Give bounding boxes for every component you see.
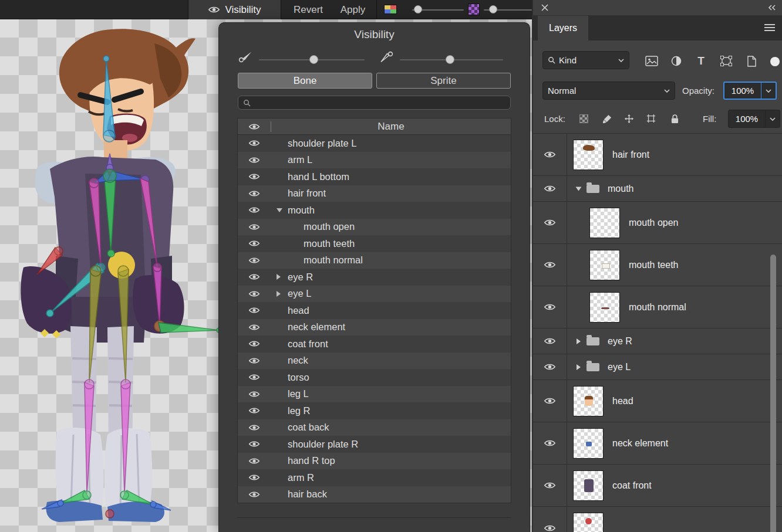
layer-row[interactable]: mouth normal (533, 286, 782, 328)
layer-thumbnail[interactable] (573, 513, 604, 532)
layer-visibility-toggle[interactable] (533, 354, 567, 379)
layer-name-label[interactable]: eye R (608, 336, 632, 347)
bone-visibility-row[interactable]: hand R top (238, 453, 511, 470)
bone-eye-toggle[interactable] (238, 323, 271, 331)
opacity-field[interactable]: 100% (723, 82, 777, 100)
layer-visibility-toggle[interactable] (533, 176, 567, 201)
kind-filter-dropdown[interactable]: Kind (542, 51, 629, 69)
filter-adjustment-layers-icon[interactable] (669, 53, 684, 69)
layer-name-label[interactable]: neck element (612, 438, 668, 449)
filter-on-off-toggle[interactable] (770, 57, 780, 66)
layer-name-label[interactable]: mouth (608, 184, 633, 194)
fill-value[interactable]: 100% (729, 110, 765, 127)
bone-visibility-row[interactable]: neck (238, 353, 511, 370)
layer-visibility-toggle[interactable] (533, 380, 567, 422)
bone-opacity-knob[interactable] (309, 55, 318, 64)
expander-icon[interactable] (277, 290, 288, 298)
tab-sprite[interactable]: Sprite (376, 73, 511, 89)
lock-transparency-button[interactable] (577, 112, 590, 125)
group-expander-icon[interactable] (577, 364, 581, 370)
layer-row[interactable]: mouth teeth (533, 244, 782, 286)
expander-icon[interactable] (277, 440, 288, 448)
tab-bone[interactable]: Bone (238, 73, 372, 89)
layer-name-label[interactable]: hair front (612, 150, 649, 160)
expander-icon[interactable] (277, 139, 288, 147)
bone-eye-toggle[interactable] (238, 340, 271, 348)
alpha-slider-knob[interactable] (489, 5, 497, 13)
layer-visibility-toggle[interactable] (533, 507, 567, 532)
bone-eye-toggle[interactable] (238, 357, 271, 365)
panel-menu-icon[interactable] (764, 24, 775, 33)
bone-eye-toggle[interactable] (238, 373, 271, 381)
filter-smart-objects-icon[interactable] (744, 53, 759, 69)
expander-icon[interactable] (277, 490, 288, 499)
layer-visibility-toggle[interactable] (533, 465, 567, 506)
bone-visibility-row[interactable]: shoulder plate R (238, 436, 511, 453)
bone-visibility-row[interactable]: head (238, 302, 511, 319)
expander-icon[interactable] (277, 473, 288, 482)
layer-visibility-toggle[interactable] (533, 244, 567, 286)
layer-visibility-toggle[interactable] (533, 134, 567, 175)
expander-icon[interactable] (292, 223, 304, 231)
layer-thumbnail[interactable] (573, 386, 604, 416)
collapse-panel-icon[interactable] (768, 5, 776, 11)
bone-search-box[interactable] (238, 96, 511, 110)
expander-icon[interactable] (277, 340, 288, 348)
bone-visibility-row[interactable]: hair back (238, 486, 511, 503)
bone-visibility-row[interactable]: arm R (238, 469, 511, 486)
bone-eye-toggle[interactable] (238, 457, 271, 465)
expander-icon[interactable] (277, 357, 288, 365)
bone-visibility-row[interactable]: leg L (238, 386, 511, 403)
expander-icon[interactable] (277, 172, 288, 181)
bone-visibility-row[interactable]: hand L bottom (238, 168, 511, 185)
bone-eye-toggle[interactable] (238, 390, 271, 398)
layer-name-label[interactable]: mouth teeth (629, 260, 679, 270)
bone-eye-toggle[interactable] (238, 239, 271, 248)
bone-eye-toggle[interactable] (238, 273, 271, 281)
layer-name-label[interactable]: head (612, 396, 633, 406)
group-expander-icon[interactable] (577, 338, 581, 344)
fill-field[interactable]: 100% (728, 110, 780, 128)
bone-eye-toggle[interactable] (238, 256, 271, 265)
group-expander-icon[interactable] (576, 187, 582, 191)
filter-shape-layers-icon[interactable] (719, 53, 734, 69)
zoom-slider-knob[interactable] (414, 5, 422, 13)
bone-visibility-row[interactable]: eye L (238, 286, 511, 303)
bone-eye-toggle[interactable] (238, 189, 271, 198)
layers-scrollbar-thumb[interactable] (770, 255, 776, 532)
layer-row[interactable]: hair front (533, 134, 782, 176)
layer-row[interactable]: mouth (533, 176, 782, 202)
bone-visibility-row[interactable]: neck element (238, 319, 511, 336)
bone-eye-toggle[interactable] (238, 490, 271, 499)
bone-eye-toggle[interactable] (238, 423, 271, 432)
bone-eye-toggle[interactable] (238, 306, 271, 314)
expander-icon[interactable] (277, 373, 288, 381)
bone-eye-toggle[interactable] (238, 440, 271, 448)
bone-visibility-row[interactable]: eye R (238, 269, 511, 286)
layer-row[interactable] (533, 507, 782, 532)
color-palette-icon[interactable] (384, 5, 397, 14)
layer-name-label[interactable]: mouth normal (629, 302, 686, 313)
layer-visibility-toggle[interactable] (533, 422, 567, 464)
bone-visibility-row[interactable]: coat back (238, 419, 511, 436)
layer-row[interactable]: neck element (533, 422, 782, 465)
layer-thumbnail[interactable] (573, 140, 604, 170)
opacity-value[interactable]: 100% (724, 83, 761, 99)
bone-eye-toggle[interactable] (238, 473, 271, 482)
filter-type-layers-icon[interactable]: T (693, 53, 709, 69)
bone-eye-toggle[interactable] (238, 156, 271, 164)
layer-thumbnail[interactable] (589, 250, 620, 280)
expander-icon[interactable] (277, 306, 288, 314)
layer-row[interactable]: mouth open (533, 202, 782, 244)
lock-position-button[interactable] (622, 112, 635, 125)
expander-icon[interactable] (277, 323, 288, 331)
layer-visibility-toggle[interactable] (533, 328, 567, 354)
bone-eye-toggle[interactable] (238, 139, 271, 147)
close-icon[interactable] (541, 4, 548, 11)
layer-thumbnail[interactable] (589, 208, 620, 238)
bone-visibility-row[interactable]: coat front (238, 336, 511, 353)
expander-icon[interactable] (277, 156, 288, 164)
visibility-toggle-button[interactable]: Visibility (188, 0, 281, 19)
layer-visibility-toggle[interactable] (533, 202, 567, 243)
fill-dropdown-button[interactable] (765, 110, 780, 127)
